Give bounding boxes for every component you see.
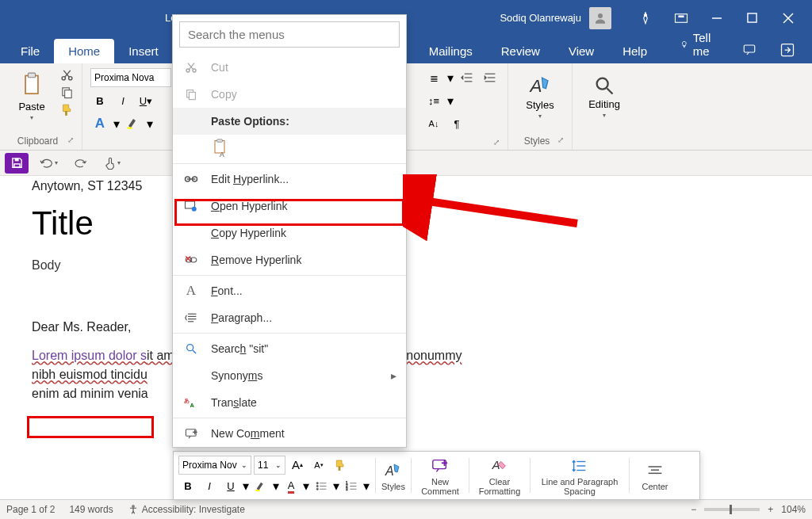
editing-button[interactable]: Editing ▾	[580, 67, 628, 126]
decrease-indent-icon[interactable]	[458, 68, 477, 87]
svg-rect-4	[748, 13, 756, 22]
mini-new-comment-button[interactable]: New Comment	[417, 455, 463, 496]
accessibility-status[interactable]: Accessibility: Investigate	[128, 504, 245, 515]
menu-copy[interactable]: Copy	[173, 81, 406, 108]
tab-mailings[interactable]: Mailings	[415, 39, 487, 63]
svg-point-58	[316, 483, 318, 484]
italic-button[interactable]: I	[200, 477, 219, 496]
underline-button[interactable]: U	[221, 477, 240, 496]
editing-label: Editing	[588, 98, 620, 110]
font-name-combo[interactable]: Proxima Nova	[90, 68, 171, 87]
touch-mode-button[interactable]: ▾	[100, 153, 124, 174]
zoom-slider[interactable]	[704, 508, 760, 511]
menu-new-comment[interactable]: New Comment	[173, 420, 406, 447]
menu-copy-hyperlink[interactable]: Copy Hyperlink	[173, 219, 406, 246]
close-button[interactable]	[770, 0, 806, 36]
text-effects-icon[interactable]: A	[90, 114, 109, 133]
mini-clear-formatting-button[interactable]: A Clear Formatting	[475, 455, 524, 496]
tell-me[interactable]: Tell me	[666, 25, 730, 63]
sort-icon[interactable]: A↓	[424, 114, 443, 133]
bold-button[interactable]: B	[90, 91, 109, 110]
menu-remove-hyperlink[interactable]: Remove Hyperlink	[173, 246, 406, 273]
ribbon-group-editing: Editing ▾	[573, 63, 636, 150]
bold-button[interactable]: B	[178, 477, 197, 496]
menu-search-input[interactable]: Search the menus	[179, 21, 400, 48]
paragraph-line-2: nibh euismod tincidu	[32, 368, 167, 382]
svg-rect-31	[189, 92, 195, 99]
user-area[interactable]: Sodiq Olanrewaju	[500, 7, 611, 29]
tab-review[interactable]: Review	[487, 39, 554, 63]
menu-paragraph[interactable]: Paragraph...	[173, 304, 406, 331]
svg-point-24	[597, 78, 608, 89]
share-icon[interactable]	[768, 36, 806, 63]
tab-help[interactable]: Help	[608, 39, 661, 63]
undo-button[interactable]: ▾	[36, 153, 60, 174]
zoom-out-button[interactable]: −	[691, 504, 696, 515]
numbering-icon[interactable]: 123	[342, 477, 361, 496]
svg-rect-7	[744, 45, 755, 52]
remove-link-icon	[182, 254, 200, 266]
bullets-icon[interactable]	[312, 477, 331, 496]
word-count[interactable]: 149 words	[69, 504, 113, 515]
zoom-level[interactable]: 104%	[781, 504, 806, 515]
paste-button[interactable]: Paste ▾	[8, 67, 56, 126]
ribbon-group-clipboard: Paste ▾ Clipboard ⤢	[0, 63, 82, 150]
align-icon[interactable]: ≣	[424, 68, 443, 87]
svg-line-48	[193, 350, 196, 353]
svg-point-81	[132, 506, 134, 507]
highlight-icon[interactable]	[124, 114, 143, 133]
menu-translate[interactable]: あATranslate	[173, 389, 406, 416]
save-button[interactable]	[5, 153, 29, 174]
menu-synonyms[interactable]: Synonyms▸	[173, 362, 406, 389]
user-avatar-icon	[589, 7, 611, 29]
menu-open-hyperlink[interactable]: Open Hyperlink	[173, 193, 406, 219]
cut-icon[interactable]	[60, 68, 74, 82]
hyperlink-text[interactable]: Lorem ipsum dolor s	[32, 349, 147, 362]
mini-styles-button[interactable]: A Styles	[381, 460, 405, 491]
line-spacing-icon[interactable]: ↕≡	[424, 91, 443, 110]
copy-icon[interactable]	[60, 86, 74, 99]
menu-paste-option[interactable]: A	[173, 135, 406, 162]
styles-icon: A	[384, 460, 403, 482]
annotation-arrow	[403, 174, 585, 246]
mini-line-spacing-button[interactable]: Line and Paragraph Spacing	[536, 455, 623, 496]
underline-button[interactable]: U ▾	[136, 91, 155, 110]
zoom-in-button[interactable]: +	[768, 504, 773, 515]
shrink-font-icon[interactable]: A▾	[309, 456, 328, 475]
clear-format-icon: A	[490, 455, 509, 477]
format-painter-icon[interactable]	[331, 456, 350, 475]
menu-font[interactable]: AFont...	[173, 277, 406, 304]
svg-text:A: A	[385, 464, 394, 478]
styles-button[interactable]: A Styles ▾	[516, 67, 564, 126]
tab-view[interactable]: View	[554, 39, 608, 63]
mini-center-button[interactable]: Center	[635, 460, 675, 491]
menu-search[interactable]: Search "sit"	[173, 335, 406, 362]
redo-button[interactable]	[68, 153, 92, 174]
dialog-launcher-icon[interactable]: ⤢	[557, 135, 564, 144]
cut-icon	[182, 61, 200, 74]
increase-indent-icon[interactable]	[481, 68, 500, 87]
paste-keep-text-icon: A	[211, 139, 228, 158]
show-marks-icon[interactable]: ¶	[447, 114, 466, 133]
highlight-icon[interactable]	[251, 477, 270, 496]
mini-size-combo[interactable]: 11⌄	[254, 456, 285, 475]
tab-insert[interactable]: Insert	[114, 39, 173, 63]
dialog-launcher-icon[interactable]: ⤢	[67, 135, 74, 144]
comments-pane-icon[interactable]	[730, 36, 768, 63]
tab-home[interactable]: Home	[54, 39, 114, 63]
grow-font-icon[interactable]: A▴	[288, 456, 307, 475]
format-painter-icon[interactable]	[60, 103, 74, 116]
font-color-icon[interactable]: A	[282, 477, 301, 496]
menu-edit-hyperlink[interactable]: Edit Hyperlink...	[173, 166, 406, 193]
svg-text:A: A	[190, 402, 195, 409]
tab-file[interactable]: File	[6, 39, 54, 63]
menu-cut[interactable]: Cut	[173, 54, 406, 81]
page-indicator[interactable]: Page 1 of 2	[6, 504, 55, 515]
maximize-button[interactable]	[734, 0, 770, 36]
status-bar: Page 1 of 2 149 words Accessibility: Inv…	[0, 499, 812, 519]
svg-point-0	[598, 13, 603, 18]
italic-button[interactable]: I	[113, 91, 132, 110]
dialog-launcher-icon[interactable]: ⤢	[493, 138, 500, 147]
mic-icon[interactable]	[627, 0, 663, 36]
mini-font-combo[interactable]: Proxima Nov⌄	[178, 456, 251, 475]
